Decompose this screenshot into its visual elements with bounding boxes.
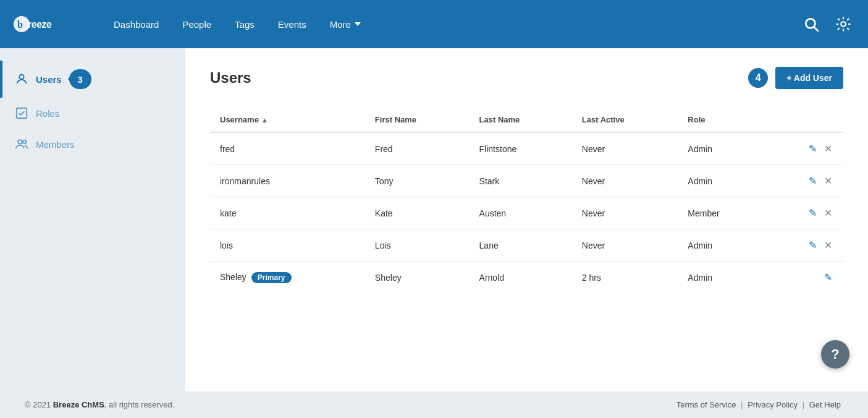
- footer: © 2021 Breeze ChMS, all rights reserved.…: [0, 391, 868, 418]
- table-row: SheleyPrimarySheleyArnold2 hrsAdmin✎: [210, 262, 843, 294]
- delete-button[interactable]: ✕: [823, 174, 833, 188]
- edit-button[interactable]: ✎: [807, 206, 818, 220]
- action-icons: ✎✕: [775, 142, 833, 156]
- edit-button[interactable]: ✎: [807, 174, 818, 188]
- svg-text:b: b: [17, 19, 23, 30]
- table-row: fredFredFlintstoneNeverAdmin✎✕: [210, 132, 843, 165]
- svg-text:reeze: reeze: [28, 19, 52, 30]
- cell-last-active: Never: [572, 229, 678, 262]
- sidebar-item-users[interactable]: Users 3: [0, 61, 185, 98]
- svg-line-4: [814, 27, 818, 31]
- add-user-button[interactable]: + Add User: [775, 67, 843, 89]
- user-icon: [15, 72, 28, 86]
- sidebar-members-label: Members: [36, 139, 75, 150]
- table-row: loisLoisLaneNeverAdmin✎✕: [210, 229, 843, 262]
- cell-actions: ✎✕: [765, 132, 843, 165]
- cell-last-active: Never: [572, 132, 678, 165]
- help-button[interactable]: ?: [821, 340, 849, 369]
- primary-badge: Primary: [251, 272, 292, 283]
- footer-links: Terms of Service | Privacy Policy | Get …: [674, 400, 843, 409]
- privacy-link[interactable]: Privacy Policy: [748, 400, 798, 409]
- col-username[interactable]: Username ▲: [210, 108, 365, 132]
- edit-button[interactable]: ✎: [807, 142, 818, 156]
- cell-role: Admin: [678, 132, 765, 165]
- company-name: Breeze ChMS: [53, 400, 104, 409]
- cell-role: Admin: [678, 262, 765, 294]
- sidebar-item-members[interactable]: Members: [0, 129, 185, 160]
- cell-role: Member: [678, 197, 765, 229]
- table-header: Username ▲ First Name Last Name Last Act…: [210, 108, 843, 132]
- cell-role: Admin: [678, 229, 765, 262]
- gear-icon: [835, 16, 851, 32]
- action-icons: ✎: [775, 270, 833, 284]
- table-body: fredFredFlintstoneNeverAdmin✎✕ironmanrul…: [210, 132, 843, 293]
- table-row: kateKateAustenNeverMember✎✕: [210, 197, 843, 229]
- cell-username: fred: [210, 132, 365, 165]
- nav-dashboard[interactable]: Dashboard: [105, 14, 167, 35]
- cell-last-name: Austen: [470, 197, 572, 229]
- svg-point-9: [23, 140, 27, 144]
- nav-more[interactable]: More: [321, 14, 369, 35]
- page-header: Users 4 + Add User: [210, 67, 843, 89]
- cell-actions: ✎✕: [765, 165, 843, 197]
- svg-point-8: [18, 140, 22, 143]
- cell-actions: ✎: [765, 262, 843, 294]
- cell-first-name: Tony: [365, 165, 470, 197]
- checkbox-icon: [15, 106, 28, 120]
- col-last-active: Last Active: [572, 108, 678, 132]
- cell-actions: ✎✕: [765, 229, 843, 262]
- page-title: Users: [210, 69, 251, 87]
- sidebar-item-roles[interactable]: Roles: [0, 98, 185, 129]
- cell-last-name: Flintstone: [470, 132, 572, 165]
- search-icon: [803, 16, 819, 32]
- table-row: ironmanrulesTonyStarkNeverAdmin✎✕: [210, 165, 843, 197]
- action-icons: ✎✕: [775, 174, 833, 188]
- cell-last-active: 2 hrs: [572, 262, 678, 294]
- search-button[interactable]: [799, 12, 824, 36]
- users-table: Username ▲ First Name Last Name Last Act…: [210, 108, 843, 293]
- cell-last-name: Stark: [470, 165, 572, 197]
- cell-last-active: Never: [572, 197, 678, 229]
- nav-right: [799, 12, 856, 36]
- nav-tags[interactable]: Tags: [226, 14, 263, 35]
- cell-role: Admin: [678, 165, 765, 197]
- cell-username: SheleyPrimary: [210, 262, 365, 294]
- edit-button[interactable]: ✎: [807, 238, 818, 252]
- cell-last-active: Never: [572, 165, 678, 197]
- content-area: Users 3 Roles Members Users: [0, 48, 868, 391]
- top-navigation: b reeze Dashboard People Tags Events Mor…: [0, 0, 868, 48]
- nav-events[interactable]: Events: [269, 14, 315, 35]
- users-badge-bubble: 3: [69, 69, 91, 89]
- cell-last-name: Arnold: [470, 262, 572, 294]
- cell-actions: ✎✕: [765, 197, 843, 229]
- cell-first-name: Sheley: [365, 262, 470, 294]
- sidebar-users-label: Users: [36, 74, 62, 85]
- cell-last-name: Lane: [470, 229, 572, 262]
- logo[interactable]: b reeze: [12, 12, 80, 36]
- terms-link[interactable]: Terms of Service: [676, 400, 736, 409]
- edit-button[interactable]: ✎: [823, 270, 833, 284]
- action-icons: ✎✕: [775, 206, 833, 220]
- step-badge-4: 4: [748, 68, 768, 88]
- users-count-badge: 3: [69, 69, 91, 89]
- cell-first-name: Kate: [365, 197, 470, 229]
- help-link[interactable]: Get Help: [809, 400, 841, 409]
- delete-button[interactable]: ✕: [823, 238, 833, 252]
- svg-point-5: [841, 22, 846, 27]
- main-panel: Users 4 + Add User Username ▲ First Name…: [185, 48, 868, 391]
- chevron-down-icon: [355, 22, 361, 26]
- cell-username: lois: [210, 229, 365, 262]
- cell-first-name: Fred: [365, 132, 470, 165]
- nav-links: Dashboard People Tags Events More: [105, 14, 799, 35]
- sort-arrow-icon: ▲: [261, 116, 268, 124]
- svg-point-6: [19, 75, 23, 79]
- cell-first-name: Lois: [365, 229, 470, 262]
- delete-button[interactable]: ✕: [823, 206, 833, 220]
- settings-button[interactable]: [831, 12, 856, 36]
- sidebar: Users 3 Roles Members: [0, 48, 185, 391]
- sidebar-roles-label: Roles: [36, 108, 59, 119]
- delete-button[interactable]: ✕: [823, 142, 833, 156]
- header-right: 4 + Add User: [748, 67, 843, 89]
- cell-username: ironmanrules: [210, 165, 365, 197]
- nav-people[interactable]: People: [174, 14, 220, 35]
